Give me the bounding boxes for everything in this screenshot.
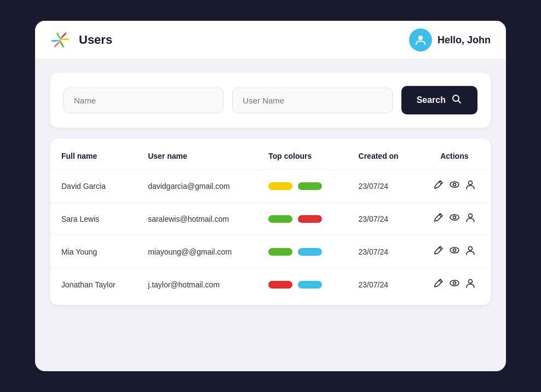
top-bar: Users Hello, John [35, 21, 506, 60]
table-row: Jonathan Taylorj.taylor@hotmail.com23/07… [50, 268, 491, 301]
search-icon [451, 94, 462, 107]
search-card: Search [50, 73, 491, 128]
svg-point-13 [453, 249, 456, 252]
cell-username: saralewis@hotmail.com [137, 203, 257, 235]
cell-createdon: 23/07/24 [348, 268, 418, 301]
col-colours: Top colours [257, 143, 347, 170]
svg-line-11 [439, 247, 441, 250]
table-row: David Garciadavidgarcia@gmail.com23/07/2… [50, 170, 491, 203]
col-fullname: Full name [50, 143, 137, 170]
col-username: User name [137, 143, 257, 170]
svg-point-8 [450, 215, 459, 220]
svg-point-18 [468, 280, 472, 284]
svg-point-9 [453, 216, 456, 219]
view-icon[interactable] [449, 245, 460, 258]
svg-point-6 [468, 181, 472, 185]
svg-point-12 [450, 247, 459, 253]
search-button[interactable]: Search [401, 86, 477, 114]
red-colour-pill [268, 281, 292, 289]
svg-line-2 [458, 101, 461, 103]
main-content: Search Full name User name Top colours [35, 60, 506, 371]
blue-colour-pill [298, 281, 322, 289]
user-icon[interactable] [465, 278, 475, 291]
svg-line-3 [439, 182, 441, 184]
app-window: Users Hello, John Search [35, 21, 506, 371]
green-colour-pill [268, 248, 292, 256]
svg-line-15 [439, 280, 441, 283]
user-icon[interactable] [465, 180, 475, 192]
col-actions: Actions [418, 143, 491, 170]
table-row: Sara Lewissaralewis@hotmail.com23/07/24 [50, 203, 491, 235]
cell-username: miayoung@@gmail.com [137, 235, 257, 268]
cell-fullname: Mia Young [50, 235, 137, 268]
top-bar-left: Users [50, 30, 112, 50]
svg-point-10 [468, 214, 472, 218]
edit-icon[interactable] [434, 212, 444, 225]
app-logo [50, 30, 70, 50]
view-icon[interactable] [449, 212, 460, 225]
table-header-row: Full name User name Top colours Created … [50, 143, 491, 170]
search-button-label: Search [417, 95, 446, 105]
edit-icon[interactable] [434, 180, 444, 192]
cell-createdon: 23/07/24 [348, 235, 418, 268]
cell-username: j.taylor@hotmail.com [137, 268, 257, 301]
cell-createdon: 23/07/24 [348, 170, 418, 203]
cell-actions [418, 235, 491, 268]
green-colour-pill [268, 215, 292, 223]
username-input[interactable] [232, 88, 392, 113]
user-icon[interactable] [465, 212, 475, 225]
col-createdon: Created on [348, 143, 418, 170]
cell-fullname: Jonathan Taylor [50, 268, 137, 301]
svg-point-17 [453, 282, 456, 285]
user-greeting: Hello, John [438, 34, 491, 46]
edit-icon[interactable] [434, 278, 444, 291]
svg-point-14 [468, 247, 472, 251]
cell-colours [257, 268, 347, 301]
svg-line-7 [439, 215, 441, 217]
cell-actions [418, 203, 491, 235]
table-row: Mia Youngmiayoung@@gmail.com23/07/24 [50, 235, 491, 268]
view-icon[interactable] [449, 278, 460, 291]
avatar [409, 28, 432, 51]
user-info: Hello, John [409, 28, 491, 51]
svg-point-5 [453, 183, 456, 186]
cell-createdon: 23/07/24 [348, 203, 418, 235]
green-colour-pill [298, 182, 322, 190]
yellow-colour-pill [268, 182, 292, 190]
cell-fullname: David Garcia [50, 170, 137, 203]
svg-point-0 [418, 36, 423, 40]
cell-colours [257, 235, 347, 268]
cell-username: davidgarcia@gmail.com [137, 170, 257, 203]
cell-colours [257, 170, 347, 203]
blue-colour-pill [298, 248, 322, 256]
cell-fullname: Sara Lewis [50, 203, 137, 235]
view-icon[interactable] [449, 180, 460, 192]
cell-colours [257, 203, 347, 235]
user-icon[interactable] [465, 245, 475, 258]
users-table: Full name User name Top colours Created … [50, 143, 491, 301]
cell-actions [418, 268, 491, 301]
edit-icon[interactable] [434, 245, 444, 258]
cell-actions [418, 170, 491, 203]
svg-point-16 [450, 280, 459, 286]
red-colour-pill [298, 215, 322, 223]
page-title: Users [79, 33, 112, 47]
name-input[interactable] [64, 88, 223, 113]
table-card: Full name User name Top colours Created … [50, 139, 491, 305]
svg-point-4 [450, 182, 459, 187]
